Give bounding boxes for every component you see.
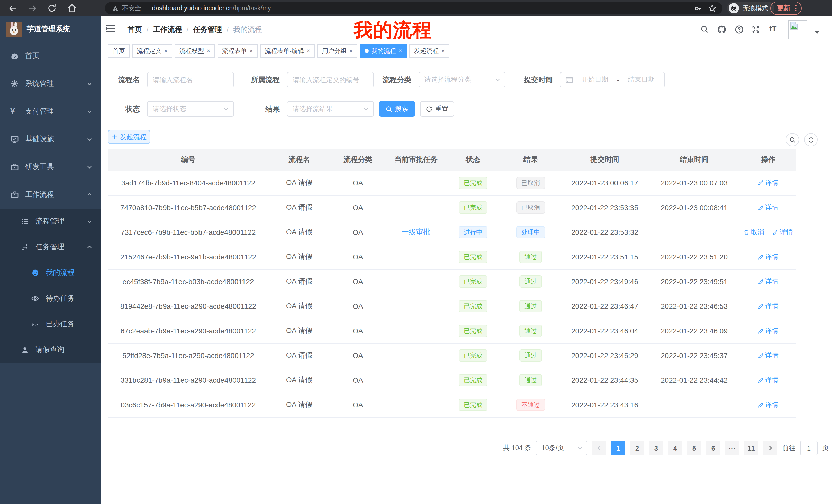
cancel-link[interactable]: 取消 [744,228,764,237]
more-pages-button[interactable]: ··· [725,441,739,455]
prev-page-button[interactable] [592,441,606,455]
refresh-table-button[interactable] [804,133,817,146]
edit-pen-icon [772,229,778,235]
tab-my-process[interactable]: 我的流程× [360,44,407,58]
sidebar-item-done-tasks[interactable]: 已办任务 [0,311,101,337]
sidebar-item-todo-tasks[interactable]: 待办任务 [0,286,101,311]
next-page-button[interactable] [763,441,778,455]
page-button-4[interactable]: 4 [668,441,682,455]
process-definition-input[interactable] [287,72,374,87]
sidebar-item-workflow[interactable]: 工作流程 [0,181,101,208]
close-icon[interactable]: × [349,48,353,54]
sidebar-item-devtools[interactable]: 研发工具 [0,153,101,181]
close-icon[interactable]: × [250,48,253,54]
pagination: 共 104 条 10条/页 1 2 3 4 5 6 ··· 11 前往 页 [503,441,829,455]
back-icon[interactable] [8,3,18,13]
tab-start-process[interactable]: 发起流程× [409,44,449,58]
chevron-right-icon [767,445,773,451]
detail-link[interactable]: 详情 [758,178,779,188]
page-button-11[interactable]: 11 [744,441,758,455]
category-select[interactable]: 请选择流程分类 [419,72,505,87]
detail-link[interactable]: 详情 [758,375,779,385]
create-process-button[interactable]: 发起流程 [108,130,150,144]
breadcrumb-workflow[interactable]: 工作流程 [153,25,182,33]
hamburger-icon[interactable] [106,25,115,33]
page-size-select[interactable]: 10条/页 [536,441,587,455]
help-icon[interactable] [735,25,744,34]
tree-icon [21,243,29,251]
page-button-1[interactable]: 1 [611,441,625,455]
close-icon[interactable]: × [164,48,167,54]
page-button-3[interactable]: 3 [649,441,663,455]
github-icon[interactable] [717,25,726,34]
detail-link[interactable]: 详情 [758,252,779,261]
logo-image [6,22,22,37]
search-icon[interactable] [700,25,709,33]
tab-process-form-edit[interactable]: 流程表单-编辑× [260,44,315,58]
toolbox-icon [10,163,19,171]
result-select[interactable]: 请选择流结果 [287,101,374,117]
sidebar-item-home[interactable]: 首页 [0,42,101,70]
close-icon[interactable]: × [307,48,310,54]
detail-link[interactable]: 详情 [758,302,779,311]
sidebar-item-system[interactable]: 系统管理 [0,70,101,97]
detail-link[interactable]: 详情 [758,400,779,410]
col-end-time: 结束时间 [648,149,740,171]
detail-link[interactable]: 详情 [758,351,779,360]
reset-button[interactable]: 重置 [420,101,454,117]
page-button-6[interactable]: 6 [706,441,721,455]
update-button[interactable]: 更新 [770,2,801,15]
browser-menu-icon[interactable] [795,5,796,11]
chevron-down-icon [86,164,93,170]
eye-closed-icon [31,320,40,328]
address-bar[interactable]: 不安全 dashboard.yudao.iocoder.cn/bpm/task/… [105,2,723,15]
detail-link[interactable]: 详情 [758,203,779,212]
current-task-link[interactable]: 一级审批 [401,228,431,236]
tab-process-model[interactable]: 流程模型× [175,44,215,58]
page-button-2[interactable]: 2 [630,441,644,455]
breadcrumb-task-mgmt[interactable]: 任务管理 [193,25,222,33]
sidebar-item-leave-query[interactable]: 请假查询 [0,337,101,363]
detail-link[interactable]: 详情 [758,277,779,286]
fullscreen-icon[interactable] [752,25,760,33]
tab-process-definition[interactable]: 流程定义× [132,44,172,58]
tab-user-group[interactable]: 用户分组× [317,44,357,58]
tab-process-form[interactable]: 流程表单× [217,44,258,58]
breadcrumb-home[interactable]: 首页 [128,25,142,33]
result-badge: 已取消 [516,201,545,214]
goto-page-input[interactable] [800,441,817,455]
font-size-icon[interactable]: tT [769,24,777,33]
sidebar-item-infrastructure[interactable]: 基础设施 [0,125,101,153]
home-icon[interactable] [67,3,77,13]
sidebar-item-process-mgmt[interactable]: 流程管理 [0,208,101,234]
chevron-down-icon [86,81,93,87]
tab-home[interactable]: 首页 [108,44,130,58]
col-id: 编号 [108,149,268,171]
password-key-icon[interactable] [694,5,702,12]
search-button[interactable]: 搜索 [379,101,415,117]
sidebar-item-my-process[interactable]: 我的流程 [0,260,101,286]
avatar-menu-caret-icon[interactable] [814,31,820,34]
status-select[interactable]: 请选择状态 [147,101,234,117]
process-name-input[interactable] [147,72,234,87]
bookmark-star-icon[interactable] [708,4,716,12]
sidebar-item-payment[interactable]: ¥ 支付管理 [0,97,101,125]
status-badge: 进行中 [459,226,488,239]
toggle-search-button[interactable] [786,133,799,146]
detail-link[interactable]: 详情 [758,326,779,335]
close-icon[interactable]: × [207,48,210,54]
end-date-placeholder: 结束日期 [623,75,659,84]
chevron-up-icon [86,192,93,198]
status-badge: 已完成 [459,325,488,337]
detail-link[interactable]: 详情 [772,228,793,237]
reload-icon[interactable] [47,3,57,13]
sidebar-item-task-mgmt[interactable]: 任务管理 [0,234,101,260]
avatar[interactable] [788,20,807,39]
forward-icon[interactable] [27,3,37,13]
submit-time-range-picker[interactable]: 开始日期 - 结束日期 [560,72,665,87]
close-icon[interactable]: × [398,48,402,54]
app-logo[interactable]: 芋道管理系统 [0,17,101,42]
result-badge: 通过 [519,349,542,362]
close-icon[interactable]: × [441,48,445,54]
page-button-5[interactable]: 5 [687,441,701,455]
